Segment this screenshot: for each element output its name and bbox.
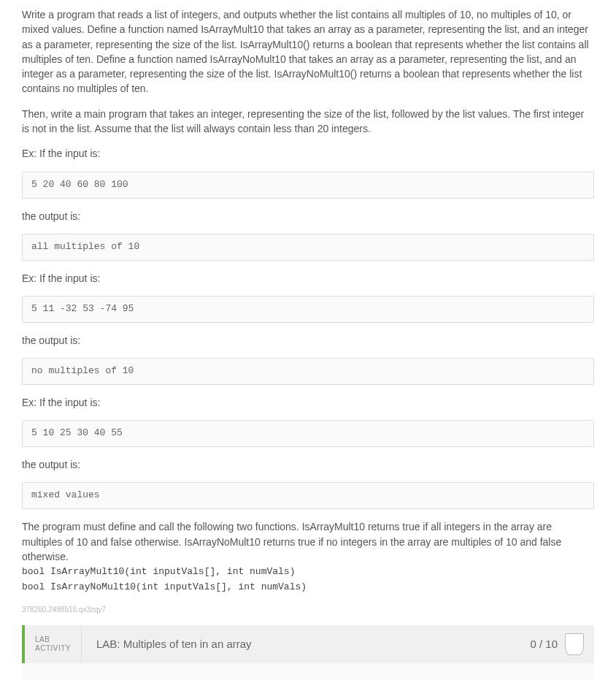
example-1-output: all multiples of 10 xyxy=(22,234,594,261)
example-2-output-label: the output is: xyxy=(22,333,594,348)
example-3-input: 5 10 25 30 40 55 xyxy=(22,420,594,447)
function-spec: The program must define and call the fol… xyxy=(22,519,594,595)
example-1-input: 5 20 40 60 80 100 xyxy=(22,172,594,199)
example-2-input-label: Ex: If the input is: xyxy=(22,271,594,286)
lab-badge-line1: LAB xyxy=(35,635,71,644)
lab-title: LAB: Multiples of ten in an array xyxy=(82,625,530,663)
example-1-input-label: Ex: If the input is: xyxy=(22,146,594,161)
lab-header: LAB ACTIVITY LAB: Multiples of ten in an… xyxy=(22,625,594,663)
example-3-output: mixed values xyxy=(22,482,594,509)
function-spec-desc: The program must define and call the fol… xyxy=(22,521,561,562)
example-1-output-label: the output is: xyxy=(22,209,594,224)
lab-badge-line2: ACTIVITY xyxy=(35,644,71,653)
watermark-id: 378260.2498516.qx3zqy7 xyxy=(22,605,594,616)
shield-icon xyxy=(565,633,584,655)
lab-panel: LAB ACTIVITY LAB: Multiples of ten in an… xyxy=(22,625,594,680)
problem-paragraph-1: Write a program that reads a list of int… xyxy=(22,7,594,96)
lab-score: 0 / 10 xyxy=(530,636,558,652)
problem-paragraph-2: Then, write a main program that takes an… xyxy=(22,107,594,137)
example-2-input: 5 11 -32 53 -74 95 xyxy=(22,296,594,323)
example-2-output: no multiples of 10 xyxy=(22,358,594,385)
editor-block: main.c Load default template... 1#includ… xyxy=(22,663,594,680)
function-signature-1: bool IsArrayMult10(int inputVals[], int … xyxy=(22,565,594,579)
function-signature-2: bool IsArrayNoMult10(int inputVals[], in… xyxy=(22,581,594,595)
example-3-output-label: the output is: xyxy=(22,457,594,472)
editor-toolbar: main.c Load default template... xyxy=(38,676,578,680)
lab-score-area: 0 / 10 xyxy=(530,625,594,663)
example-3-input-label: Ex: If the input is: xyxy=(22,395,594,410)
lab-activity-badge: LAB ACTIVITY xyxy=(25,625,82,663)
